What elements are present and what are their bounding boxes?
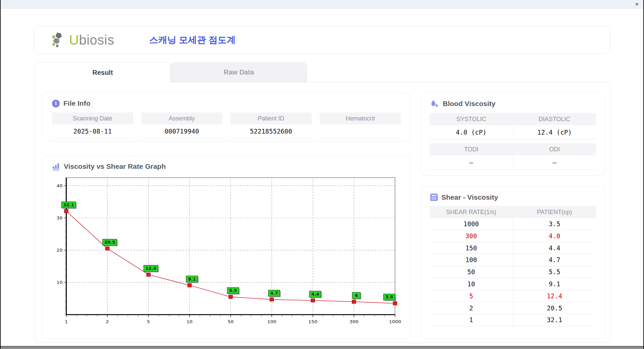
shear-rate-cell: 1 xyxy=(430,314,513,326)
patient-cell: 3.5 xyxy=(513,218,596,230)
table-row: 1504.4 xyxy=(430,242,596,254)
svg-text:2: 2 xyxy=(106,319,109,324)
systolic-label: SYSTOLIC xyxy=(430,113,513,125)
app-window: × Ubiosis 스캐닝 모세관 점도계 Result Raw Data i xyxy=(0,0,644,349)
logo-wordmark: Ubiosis xyxy=(69,33,114,48)
table-row: 3004.0 xyxy=(430,230,596,242)
field-label: Patient ID xyxy=(230,112,312,124)
patient-cell: 20.5 xyxy=(513,302,596,314)
svg-text:4.7: 4.7 xyxy=(270,291,278,295)
shear-rate-cell: 100 xyxy=(430,254,513,266)
svg-text:5.5: 5.5 xyxy=(229,288,237,293)
patient-cell: 4.7 xyxy=(513,254,596,266)
patient-cell: 12.4 xyxy=(513,290,596,302)
right-column: Blood Viscosity SYSTOLIC DIASTOLIC 4.0 (… xyxy=(421,92,605,339)
svg-text:4.4: 4.4 xyxy=(311,292,319,296)
shear-rate-cell: 1000 xyxy=(430,218,513,230)
window-bottom-edge xyxy=(1,346,643,349)
svg-text:1: 1 xyxy=(65,319,68,324)
field-assembly: Assembly 000719940 xyxy=(141,112,222,138)
field-label: Assembly xyxy=(141,112,222,124)
ubiosis-logo: Ubiosis xyxy=(51,32,114,48)
header-card: Ubiosis 스캐닝 모세관 점도계 xyxy=(34,26,610,54)
odi-label: ODI xyxy=(513,143,596,155)
shear-rate-cell: 300 xyxy=(430,230,513,242)
patient-column-header: PATIENT(cp) xyxy=(513,206,596,218)
table-row: 109.1 xyxy=(430,278,596,290)
table-row: 505.5 xyxy=(430,266,596,278)
shear-viscosity-table: SHEAR RATE(1/s) PATIENT(cp) 10003.53004.… xyxy=(430,206,596,326)
app-title-korean: 스캐닝 모세관 점도계 xyxy=(149,34,236,46)
field-value: 000719940 xyxy=(141,124,222,138)
calculator-icon xyxy=(430,194,438,201)
diastolic-label: DIASTOLIC xyxy=(513,113,596,125)
svg-text:40: 40 xyxy=(56,183,62,188)
field-label: Hematocrit xyxy=(320,112,401,124)
logo-rest: biosis xyxy=(79,33,114,47)
blood-viscosity-card: Blood Viscosity SYSTOLIC DIASTOLIC 4.0 (… xyxy=(421,92,605,176)
file-info-grid: Scanning Date 2025-08-11 Assembly 000719… xyxy=(43,107,410,138)
chart-area: 102030401251050100150300100032.120.512.4… xyxy=(49,174,403,331)
patient-cell: 5.5 xyxy=(513,266,596,278)
odi-value: – xyxy=(513,155,596,169)
field-value xyxy=(320,124,401,138)
shear-rate-cell: 150 xyxy=(430,242,513,254)
blood-viscosity-title: Blood Viscosity xyxy=(443,100,495,108)
field-label: Scanning Date xyxy=(52,112,133,124)
patient-cell: 4.0 xyxy=(513,230,596,242)
svg-text:100: 100 xyxy=(267,319,276,324)
title-bar: × xyxy=(1,0,643,9)
shear-rate-column-header: SHEAR RATE(1/s) xyxy=(430,206,513,218)
svg-text:1000: 1000 xyxy=(389,319,401,324)
bar-chart-icon xyxy=(52,162,60,170)
result-panel: i File Info Scanning Date 2025-08-11 Ass… xyxy=(35,82,611,343)
svg-text:30: 30 xyxy=(56,215,62,220)
field-value: 2025-08-11 xyxy=(52,124,133,138)
table-row: 1004.7 xyxy=(430,254,596,266)
svg-text:5: 5 xyxy=(147,319,150,324)
viscosity-shear-chart: 102030401251050100150300100032.120.512.4… xyxy=(49,174,403,331)
shear-rate-cell: 5 xyxy=(430,290,513,302)
table-row: 512.4 xyxy=(430,290,596,302)
svg-text:3.5: 3.5 xyxy=(385,295,393,299)
logo-u: U xyxy=(69,33,79,47)
patient-cell: 32.1 xyxy=(513,314,596,326)
svg-text:20: 20 xyxy=(56,248,62,253)
tab-result[interactable]: Result xyxy=(35,62,171,82)
field-scanning-date: Scanning Date 2025-08-11 xyxy=(52,112,133,138)
svg-text:50: 50 xyxy=(228,319,234,324)
ubiosis-logo-icon xyxy=(51,32,66,48)
table-row: 132.1 xyxy=(430,314,596,326)
shear-rate-cell: 50 xyxy=(430,266,513,278)
field-patient-id: Patient ID 52218552600 xyxy=(230,112,312,138)
svg-text:4: 4 xyxy=(355,293,358,298)
svg-text:150: 150 xyxy=(308,319,317,324)
svg-text:32.1: 32.1 xyxy=(63,202,74,207)
shear-viscosity-card: Shear - Viscosity SHEAR RATE(1/s) PATIEN… xyxy=(421,186,605,339)
todi-label: TODI xyxy=(430,143,513,155)
shear-rate-cell: 2 xyxy=(430,302,513,314)
table-row: 220.5 xyxy=(430,302,596,314)
patient-cell: 9.1 xyxy=(513,278,596,290)
close-icon[interactable]: × xyxy=(635,1,639,7)
file-info-title: File Info xyxy=(63,99,91,107)
todi-value: – xyxy=(430,155,513,169)
info-icon: i xyxy=(52,100,60,107)
svg-text:12.4: 12.4 xyxy=(145,266,156,270)
left-column: i File Info Scanning Date 2025-08-11 Ass… xyxy=(42,92,411,339)
svg-text:10: 10 xyxy=(186,319,193,324)
blood-viscosity-table: SYSTOLIC DIASTOLIC 4.0 (cP) 12.4 (cP) TO… xyxy=(430,113,596,169)
svg-text:9.1: 9.1 xyxy=(188,277,196,281)
diastolic-value: 12.4 (cP) xyxy=(513,125,596,139)
systolic-value: 4.0 (cP) xyxy=(430,125,513,139)
viscosity-graph-card: Viscosity vs Shear Rate Graph 1020304012… xyxy=(42,155,411,339)
field-value: 52218552600 xyxy=(230,124,312,138)
blood-drops-icon xyxy=(430,99,439,108)
svg-text:300: 300 xyxy=(350,319,359,324)
graph-title: Viscosity vs Shear Rate Graph xyxy=(64,162,166,170)
file-info-card: i File Info Scanning Date 2025-08-11 Ass… xyxy=(42,92,411,141)
svg-text:10: 10 xyxy=(56,280,62,285)
field-hematocrit: Hematocrit xyxy=(320,112,401,138)
shear-rate-cell: 10 xyxy=(430,278,513,290)
tab-raw-data[interactable]: Raw Data xyxy=(171,62,307,82)
